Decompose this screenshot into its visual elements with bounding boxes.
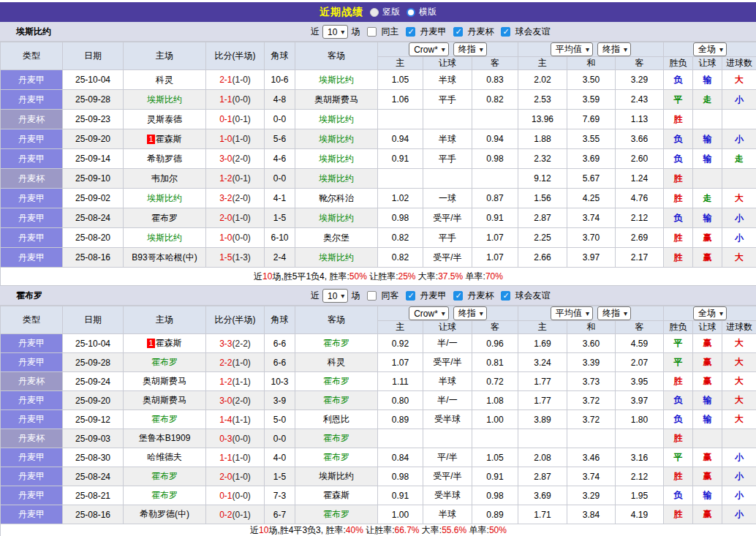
fulltime-select[interactable]: 全场 xyxy=(693,42,727,56)
corner-cell: 6-6 xyxy=(265,353,295,372)
crow-handicap-cell: 半/一 xyxy=(423,391,472,410)
col-header-handicap-result: 让球 xyxy=(693,321,722,334)
final-odds-select[interactable]: 终指 xyxy=(453,42,487,56)
date-cell: 25-09-02 xyxy=(63,189,124,208)
result-cell: 平 xyxy=(664,353,693,372)
corner-cell: 1-5 xyxy=(265,208,295,228)
friendly-label: 球会友谊 xyxy=(515,26,550,38)
section-team-name: 霍布罗 xyxy=(16,286,42,306)
bookmaker-select[interactable]: Crow* xyxy=(409,42,449,56)
average-select[interactable]: 平均值 xyxy=(551,306,593,320)
goals-result-cell: 大 xyxy=(722,334,756,353)
crow-away-odds-cell: 1.08 xyxy=(472,391,518,410)
radio-horizontal-icon[interactable] xyxy=(407,8,415,17)
away-team-cell: 埃斯比约 xyxy=(295,129,378,149)
recent-results-page: 近期战绩 竖版 横版 埃斯比约 近 10 场 同主 丹麦甲 丹麦杯 球会友谊 xyxy=(0,0,756,536)
home-team-cell: 奥胡斯费马 xyxy=(124,372,206,391)
filter-controls: 近 10 场 同客 丹麦甲 丹麦杯 球会友谊 xyxy=(310,286,551,306)
col-header-avg-home: 主 xyxy=(518,57,567,70)
cup-checkbox[interactable] xyxy=(453,27,463,37)
result-cell: 胜 xyxy=(664,505,693,524)
matches-label: 场 xyxy=(351,26,360,38)
score-cell: 2-0(1-0) xyxy=(206,467,265,486)
avg-draw-odds-cell: 3.84 xyxy=(567,505,616,524)
col-header-date: 日期 xyxy=(63,42,124,70)
away-team-cell: 科灵 xyxy=(295,353,378,372)
goals-result-cell: 大 xyxy=(722,353,756,372)
league-checkbox[interactable] xyxy=(406,291,415,301)
avg-home-odds-cell: 2.02 xyxy=(518,70,567,90)
col-header-result: 胜负 xyxy=(664,321,693,334)
crow-handicap-cell: 平手 xyxy=(423,90,472,110)
league-label: 丹麦甲 xyxy=(420,26,446,38)
crow-home-odds-cell xyxy=(378,429,423,448)
crow-home-odds-cell: 0.98 xyxy=(378,467,423,486)
home-team-cell: 科灵 xyxy=(124,70,206,90)
match-row: 丹麦杯25-09-24奥胡斯费马1-2(1-1)10-3霍布罗1.11半球0.7… xyxy=(1,372,756,391)
score-cell: 1-0(1-0) xyxy=(206,129,265,149)
match-count-select[interactable]: 10 xyxy=(322,289,348,303)
crow-handicap-cell: 受半球 xyxy=(423,410,472,429)
crow-handicap-cell: 半球 xyxy=(423,505,472,524)
match-type-cell: 丹麦杯 xyxy=(1,372,63,391)
section-filter-bar: 霍布罗 近 10 场 同客 丹麦甲 丹麦杯 球会友谊 xyxy=(0,286,756,306)
date-cell: 25-08-24 xyxy=(63,208,124,228)
date-cell: 25-09-20 xyxy=(63,391,124,410)
avg-away-odds-cell: 2.12 xyxy=(616,467,664,486)
crow-home-odds-cell: 0.82 xyxy=(378,228,423,248)
league-checkbox[interactable] xyxy=(406,27,415,37)
same-venue-checkbox[interactable] xyxy=(367,27,377,37)
avg-draw-odds-cell: 3.50 xyxy=(567,70,616,90)
col-header-avg-home: 主 xyxy=(518,321,567,334)
friendly-checkbox[interactable] xyxy=(501,291,510,301)
radio-vertical-icon[interactable] xyxy=(370,8,379,17)
col-header-goals: 进球数 xyxy=(722,321,756,334)
final-odds-select[interactable]: 终指 xyxy=(453,306,487,320)
corner-cell: 1-5 xyxy=(265,467,295,486)
average-select[interactable]: 平均值 xyxy=(551,42,593,56)
score-cell: 1-1(1-0) xyxy=(206,448,265,467)
crow-home-odds-cell xyxy=(378,110,423,129)
results-table-body: 丹麦甲25-10-041霍森斯3-3(2-2)6-6霍布罗0.92半/一0.96… xyxy=(1,334,756,524)
fulltime-select[interactable]: 全场 xyxy=(693,306,727,320)
away-team-cell: 霍布罗 xyxy=(295,391,378,410)
match-row: 丹麦甲25-09-02埃斯比约3-2(2-0)4-1靴尔科治1.02一球0.87… xyxy=(1,189,756,208)
crow-away-odds-cell: 0.98 xyxy=(472,149,518,169)
horizontal-layout-option[interactable]: 横版 xyxy=(407,6,436,18)
date-cell: 25-09-12 xyxy=(63,410,124,429)
handicap-result-cell: 输 xyxy=(693,410,722,429)
section-summary: 近10场,胜5平1负4, 胜率:50% 让胜率:25% 大率:37.5% 单率:… xyxy=(1,268,756,286)
handicap-result-cell: 赢 xyxy=(693,467,722,486)
friendly-checkbox[interactable] xyxy=(501,27,510,37)
match-row: 丹麦杯25-09-03堡鲁本B19090-3(0-0)0-0霍布罗胜 xyxy=(1,429,756,448)
date-cell: 25-10-04 xyxy=(63,70,124,90)
goals-result-cell: 小 xyxy=(722,129,756,149)
match-type-cell: 丹麦甲 xyxy=(1,248,63,268)
result-cell: 负 xyxy=(664,486,693,505)
same-venue-checkbox[interactable] xyxy=(367,291,377,301)
col-header-avg-away: 客 xyxy=(616,57,664,70)
col-header-date: 日期 xyxy=(63,306,124,334)
match-count-select[interactable]: 10 xyxy=(322,25,348,39)
handicap-result-cell: 输 xyxy=(693,486,722,505)
rank-badge: 1 xyxy=(147,135,154,144)
bookmaker-select[interactable]: Crow* xyxy=(409,306,449,320)
avg-draw-odds-cell xyxy=(567,429,616,448)
crow-away-odds-cell: 0.82 xyxy=(472,90,518,110)
final-odds-select-2[interactable]: 终指 xyxy=(597,42,631,56)
final-odds-select-2[interactable]: 终指 xyxy=(597,306,631,320)
crow-home-odds-cell: 0.91 xyxy=(378,149,423,169)
handicap-result-cell xyxy=(693,110,722,129)
cup-checkbox[interactable] xyxy=(453,291,463,301)
crow-handicap-cell xyxy=(423,429,472,448)
handicap-result-cell: 赢 xyxy=(693,334,722,353)
crow-handicap-cell: 平手 xyxy=(423,149,472,169)
average-group-header: 平均值 终指 xyxy=(518,306,664,321)
score-cell: 1-2(1-1) xyxy=(206,372,265,391)
avg-home-odds-cell: 1.77 xyxy=(518,391,567,410)
vertical-layout-option[interactable]: 竖版 xyxy=(370,6,400,18)
match-row: 丹麦甲25-09-12霍布罗1-4(1-1)5-0利恩比0.89受半球1.003… xyxy=(1,410,756,429)
handicap-result-cell: 走 xyxy=(693,90,722,110)
score-cell: 3-3(2-2) xyxy=(206,334,265,353)
date-cell: 25-10-04 xyxy=(63,334,124,353)
